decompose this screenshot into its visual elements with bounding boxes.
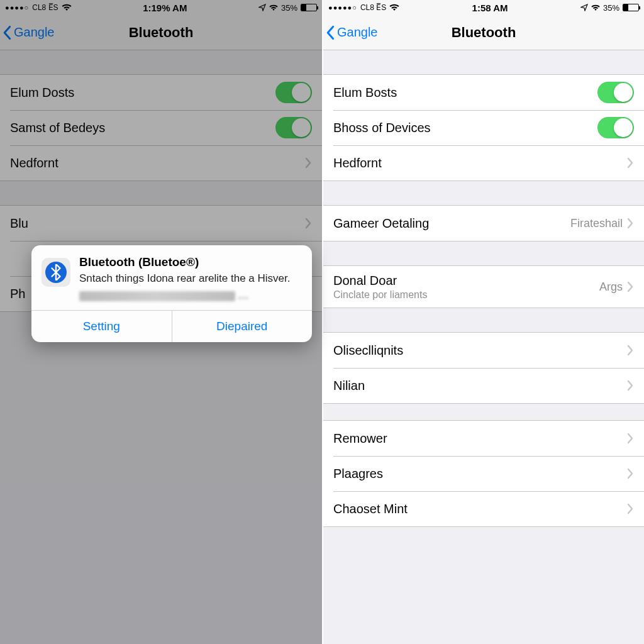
row-label: Nedfornt (10, 156, 304, 170)
alert-redacted (79, 291, 235, 301)
settings-group-1: Elum Dosts Samst of Bedeys Nedfornt (0, 74, 322, 181)
chevron-right-icon (626, 157, 634, 169)
chevron-left-icon (326, 25, 336, 40)
row-label: Bhoss of Devices (333, 121, 597, 135)
row-nav[interactable]: Gameer Oetaling Firateshail (323, 206, 644, 241)
chevron-right-icon (626, 433, 634, 444)
row-nav[interactable]: Donal Doar Cinclate por liaments Args (323, 266, 644, 308)
status-bar: ●●●●○ CL8 E̅S 1:19% AM 35% (0, 0, 322, 15)
clock: 1:19% AM (143, 3, 187, 13)
toggle-switch[interactable] (275, 82, 312, 103)
row-nav[interactable]: Nilian (323, 368, 644, 403)
alert-title: Bluetooth (Bluetoe®) (79, 255, 302, 269)
battery-pct: 35% (281, 3, 297, 13)
row-detail: Firateshail (570, 217, 623, 230)
phone-right: ●●●●●○ CL8 E̅S 1:58 AM 35% Gangle Blueto… (322, 0, 644, 644)
row-nav[interactable]: Oliseclliqnits (323, 333, 644, 368)
settings-group-2: Gameer Oetaling Firateshail (323, 205, 644, 242)
chevron-right-icon (626, 468, 634, 479)
toggle-switch[interactable] (597, 82, 634, 103)
signal-dots: ●●●●○ (5, 4, 29, 11)
alert-action-setting[interactable]: Setting (31, 311, 172, 342)
carrier-label: CL8 E̅S (360, 3, 386, 12)
battery-icon (623, 4, 639, 11)
alert-message: Sntach things Idona rear arelite the a H… (79, 272, 302, 285)
phone-left: ●●●●○ CL8 E̅S 1:19% AM 35% Gangle Blueto… (0, 0, 322, 644)
row-label: Gameer Oetaling (333, 216, 570, 231)
row-nav[interactable]: Blu (0, 206, 322, 241)
row-toggle[interactable]: Bhoss of Devices (323, 110, 644, 145)
content-left: Elum Dosts Samst of Bedeys Nedfornt Blu … (0, 50, 322, 644)
page-title: Bluetooth (129, 25, 194, 41)
page-title: Bluetooth (452, 25, 516, 41)
toggle-switch[interactable] (275, 117, 312, 138)
chevron-right-icon (304, 157, 312, 169)
row-label: Donal Doar (333, 274, 427, 288)
row-label: Elum Dosts (10, 86, 275, 100)
row-label: Nilian (333, 379, 626, 393)
battery-icon (301, 4, 317, 11)
row-label: Hedfornt (333, 156, 626, 170)
row-toggle[interactable]: Elum Bosts (323, 75, 644, 110)
settings-group-1: Elum Bosts Bhoss of Devices Hedfornt (323, 74, 644, 181)
wifi-icon (62, 4, 72, 11)
back-button[interactable]: Gangle (3, 15, 55, 50)
location-icon (258, 4, 266, 11)
chevron-right-icon (626, 503, 634, 514)
row-nav[interactable]: Hedfornt (323, 145, 644, 180)
alert-dialog: Bluetooth (Bluetoe®) Sntach things Idona… (31, 245, 312, 342)
back-label: Gangle (337, 25, 378, 40)
row-nav[interactable]: Plaagres (323, 456, 644, 491)
back-button[interactable]: Gangle (326, 15, 378, 50)
clock: 1:58 AM (472, 3, 508, 13)
wifi-icon-2 (269, 4, 278, 11)
chevron-right-icon (626, 380, 634, 391)
row-label: Elum Bosts (333, 86, 597, 100)
row-label: Samst of Bedeys (10, 121, 275, 135)
settings-group-4: Oliseclliqnits Nilian (323, 332, 644, 404)
row-nav[interactable]: Chaoset Mint (323, 491, 644, 526)
bluetooth-app-icon (42, 258, 70, 287)
row-label: Oliseclliqnits (333, 343, 626, 358)
row-sublabel: Cinclate por liaments (333, 289, 427, 301)
chevron-right-icon (626, 281, 634, 292)
bluetooth-icon (45, 262, 67, 283)
chevron-left-icon (3, 25, 13, 40)
row-label: Chaoset Mint (333, 502, 626, 516)
content-right: Elum Bosts Bhoss of Devices Hedfornt Gam… (323, 50, 644, 644)
settings-group-3: Donal Doar Cinclate por liaments Args (323, 265, 644, 308)
row-toggle[interactable]: Samst of Bedeys (0, 110, 322, 145)
row-nav[interactable]: Nedfornt (0, 145, 322, 180)
nav-bar: Gangle Bluetooth (323, 15, 644, 50)
battery-pct: 35% (603, 3, 619, 13)
row-toggle[interactable]: Elum Dosts (0, 75, 322, 110)
status-bar: ●●●●●○ CL8 E̅S 1:58 AM 35% (323, 0, 644, 15)
row-detail: Args (599, 280, 623, 294)
signal-dots: ●●●●●○ (328, 4, 357, 11)
chevron-right-icon (626, 345, 634, 356)
nav-bar: Gangle Bluetooth (0, 15, 322, 50)
wifi-icon (389, 4, 399, 11)
row-label: Plaagres (333, 467, 626, 481)
settings-group-5: Remower Plaagres Chaoset Mint (323, 420, 644, 527)
row-label: Blu (10, 216, 304, 231)
row-nav[interactable]: Remower (323, 421, 644, 456)
carrier-label: CL8 E̅S (32, 3, 58, 12)
chevron-right-icon (626, 218, 634, 229)
wifi-icon-2 (591, 4, 600, 11)
back-label: Gangle (14, 25, 55, 40)
row-label: Remower (333, 431, 626, 446)
chevron-right-icon (304, 218, 312, 229)
location-icon (580, 4, 588, 11)
alert-action-depaired[interactable]: Diepaired (172, 311, 313, 342)
toggle-switch[interactable] (597, 117, 634, 138)
